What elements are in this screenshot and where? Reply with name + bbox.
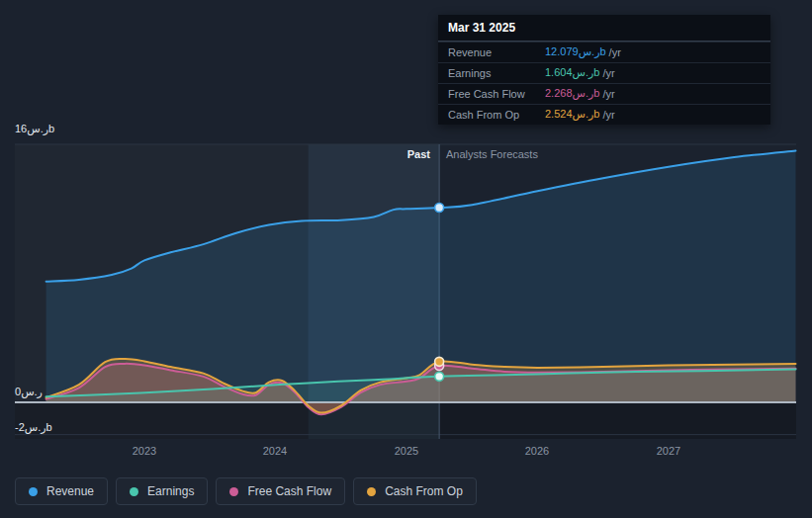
tooltip-label: Revenue (448, 46, 545, 58)
tooltip-row-earnings: Earnings 1.604ر.سb /yr (438, 62, 770, 83)
tooltip-suffix: /yr (602, 109, 614, 121)
legend-item-cash-from-op[interactable]: Cash From Op (353, 477, 477, 505)
revenue-marker[interactable] (435, 203, 444, 212)
y-axis-label-zero: 0ر.س (15, 386, 43, 398)
legend-item-revenue[interactable]: Revenue (15, 477, 108, 505)
legend-label: Revenue (46, 484, 94, 498)
forecast-section-label: Analysts Forecasts (446, 148, 538, 160)
x-tick-2025: 2025 (367, 445, 446, 457)
tooltip-label: Free Cash Flow (448, 88, 545, 100)
x-tick-2027: 2027 (629, 445, 708, 457)
legend-item-earnings[interactable]: Earnings (116, 477, 208, 505)
free-cash-flow-dot-icon (229, 487, 238, 496)
tooltip-value: 2.524ر.سb (545, 108, 599, 121)
tooltip-date: Mar 31 2025 (438, 15, 770, 42)
x-tick-2026: 2026 (497, 445, 577, 457)
tooltip-label: Earnings (448, 67, 545, 79)
past-section-label: Past (0, 148, 430, 160)
x-tick-2024: 2024 (235, 445, 315, 457)
legend-item-free-cash-flow[interactable]: Free Cash Flow (216, 477, 345, 505)
tooltip-row-revenue: Revenue 12.079ر.سb /yr (438, 42, 770, 62)
below-zero-region (15, 403, 796, 439)
y-axis-label-negative: -2ر.سb (15, 421, 52, 434)
tooltip-suffix: /yr (602, 67, 614, 79)
legend-label: Earnings (147, 484, 194, 498)
tooltip-suffix: /yr (609, 46, 621, 58)
tooltip-row-free-cash-flow: Free Cash Flow 2.268ر.سb /yr (438, 83, 770, 104)
legend-label: Cash From Op (385, 484, 463, 498)
earnings-marker[interactable] (435, 372, 444, 381)
tooltip-label: Cash From Op (448, 109, 545, 121)
earnings-dot-icon (130, 487, 138, 496)
chart-legend: Revenue Earnings Free Cash Flow Cash Fro… (15, 477, 477, 505)
cash-from-op-dot-icon (367, 487, 376, 496)
tooltip-value: 2.268ر.سb (545, 87, 599, 100)
chart-panel: Past Analysts Forecasts 16ر.سb 0ر.س -2ر.… (0, 0, 812, 518)
cash-from-op-marker[interactable] (435, 357, 444, 366)
revenue-dot-icon (29, 487, 38, 496)
tooltip-suffix: /yr (602, 88, 614, 100)
tooltip-value: 1.604ر.سb (545, 66, 599, 79)
tooltip-row-cash-from-op: Cash From Op 2.524ر.سb /yr (438, 104, 770, 125)
y-axis-label-top: 16ر.سb (15, 123, 54, 135)
tooltip-value: 12.079ر.سb (545, 45, 606, 58)
legend-label: Free Cash Flow (247, 484, 331, 498)
x-tick-2023: 2023 (105, 445, 184, 457)
chart-tooltip: Mar 31 2025 Revenue 12.079ر.سb /yr Earni… (438, 15, 770, 125)
